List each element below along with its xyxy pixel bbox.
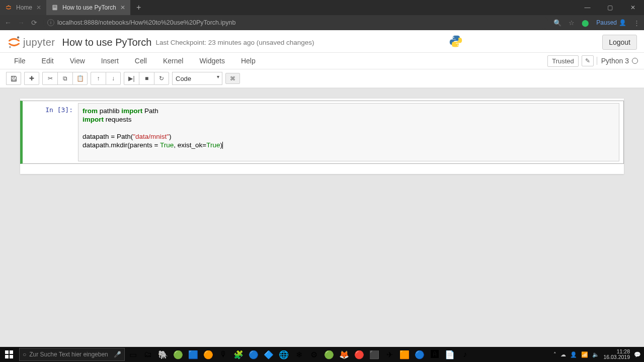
url-text: localhost:8888/notebooks/How%20to%20use%…	[57, 19, 235, 26]
wifi-icon[interactable]: 📶	[581, 351, 588, 358]
jupyter-logo[interactable]: jupyter	[7, 35, 55, 49]
jupyter-icon[interactable]: 🟠	[202, 348, 214, 360]
app6-icon[interactable]: ❄	[293, 348, 305, 360]
menu-file[interactable]: File	[6, 57, 34, 65]
explorer-icon[interactable]: 🗂	[142, 348, 154, 360]
stop-button[interactable]: ■	[139, 72, 154, 85]
menu-widgets[interactable]: Widgets	[191, 57, 233, 65]
telegram-icon[interactable]: ✈	[383, 348, 395, 360]
app-icon[interactable]: 🐘	[157, 348, 169, 360]
cut-button[interactable]: ✂	[42, 72, 57, 85]
reload-button[interactable]: ⟳	[30, 19, 38, 27]
svg-point-5	[9, 46, 11, 48]
clock[interactable]: 11:28 16.03.2019	[603, 349, 630, 360]
paste-button[interactable]: 📋	[72, 72, 88, 85]
bookmark-icon[interactable]: ☆	[569, 19, 575, 27]
app2-icon[interactable]: 🎙	[217, 348, 229, 360]
browser-tab-home[interactable]: Home ✕	[0, 0, 46, 15]
svg-rect-3	[53, 7, 56, 8]
app15-icon[interactable]: ♪	[459, 348, 471, 360]
svg-point-7	[457, 45, 458, 46]
app4-icon[interactable]: 🔵	[248, 348, 260, 360]
run-button[interactable]: ▶|	[124, 72, 139, 85]
firefox-icon[interactable]: 🦊	[338, 348, 350, 360]
tab-close-icon[interactable]: ✕	[36, 4, 41, 11]
tab-title: How to use PyTorch	[62, 4, 116, 11]
app8-icon[interactable]: 🟢	[323, 348, 335, 360]
code-cell[interactable]: In [3]: from pathlib import Path import …	[20, 101, 624, 164]
logout-button[interactable]: Logout	[602, 35, 637, 50]
address-bar[interactable]: i localhost:8888/notebooks/How%20to%20us…	[43, 17, 548, 29]
python-logo-icon	[449, 34, 463, 50]
app14-icon[interactable]: 📄	[444, 348, 456, 360]
browser-menu-icon[interactable]: ⋮	[633, 19, 640, 27]
site-info-icon[interactable]: i	[47, 19, 54, 26]
menu-help[interactable]: Help	[233, 57, 264, 65]
svg-rect-12	[5, 355, 9, 358]
cell-prompt: In [3]:	[23, 103, 78, 161]
volume-icon[interactable]: 🔈	[592, 351, 599, 358]
vscode-icon[interactable]: 🟦	[187, 348, 199, 360]
new-tab-button[interactable]: +	[130, 0, 147, 15]
window-maximize-icon[interactable]: ▢	[599, 0, 621, 15]
command-palette-button[interactable]: ⌘	[225, 73, 240, 84]
notebook-favicon-icon	[51, 4, 58, 11]
add-cell-button[interactable]: ✚	[24, 72, 39, 85]
tab-close-icon[interactable]: ✕	[120, 4, 125, 11]
search-icon[interactable]: 🔍	[553, 19, 561, 27]
window-minimize-icon[interactable]: —	[576, 0, 599, 15]
window-close-icon[interactable]: ✕	[621, 0, 644, 15]
chrome-icon[interactable]: 🟢	[172, 348, 184, 360]
app9-icon[interactable]: 🔴	[353, 348, 365, 360]
windows-taskbar: ○ Zur Suche Text hier eingeben 🎤 ▭ 🗂 🐘 🟢…	[0, 347, 644, 362]
menu-view[interactable]: View	[62, 57, 93, 65]
people-icon[interactable]: 👤	[570, 351, 577, 358]
app11-icon[interactable]: 🟧	[398, 348, 411, 360]
task-view-icon[interactable]: ▭	[127, 348, 139, 360]
menu-cell[interactable]: Cell	[127, 57, 155, 65]
notifications-icon[interactable]: 💬	[634, 351, 641, 358]
checkpoint-status: Last Checkpoint: 23 minutes ago (unsaved…	[155, 39, 314, 46]
onedrive-icon[interactable]: ☁	[560, 351, 566, 358]
menu-insert[interactable]: Insert	[93, 57, 127, 65]
browser-tab-notebook[interactable]: How to use PyTorch ✕	[46, 0, 130, 15]
celltype-select[interactable]: Code	[172, 72, 222, 85]
page-content: jupyter How to use PyTorch Last Checkpoi…	[0, 30, 644, 347]
move-down-button[interactable]: ↓	[106, 72, 121, 85]
browser-titlebar: Home ✕ How to use PyTorch ✕ + — ▢ ✕	[0, 0, 644, 15]
menu-edit[interactable]: Edit	[34, 57, 62, 65]
browser-toolbar: ← → ⟳ i localhost:8888/notebooks/How%20t…	[0, 15, 644, 30]
save-button[interactable]	[6, 72, 21, 85]
tray-chevron-icon[interactable]: ˄	[553, 351, 556, 358]
edit-indicator-icon[interactable]: ✎	[582, 55, 594, 66]
windows-search[interactable]: ○ Zur Suche Text hier eingeben 🎤	[19, 348, 125, 361]
code-input[interactable]: from pathlib import Path import requests…	[78, 103, 619, 161]
notebook-title[interactable]: How to use PyTorch	[62, 37, 152, 48]
svg-rect-10	[5, 350, 9, 354]
skype-icon[interactable]: 🔷	[263, 348, 275, 360]
app12-icon[interactable]: 🔵	[414, 348, 426, 360]
app3-icon[interactable]: 🧩	[232, 348, 245, 360]
forward-button[interactable]: →	[17, 19, 25, 27]
app10-icon[interactable]: ⬛	[368, 348, 380, 360]
profile-status[interactable]: Paused 👤	[596, 19, 626, 26]
kernel-indicator[interactable]: Python 3	[597, 57, 638, 65]
back-button[interactable]: ←	[4, 19, 12, 27]
notebook-header: jupyter How to use PyTorch Last Checkpoi…	[0, 30, 644, 52]
system-tray: ˄ ☁ 👤 📶 🔈 11:28 16.03.2019 💬	[553, 349, 644, 360]
restart-button[interactable]: ↻	[154, 72, 169, 85]
app13-icon[interactable]: 🅰	[429, 348, 441, 360]
trusted-indicator[interactable]: Trusted	[547, 55, 579, 67]
svg-rect-11	[10, 350, 13, 354]
svg-rect-2	[53, 6, 56, 7]
mic-icon[interactable]: 🎤	[114, 351, 121, 358]
copy-button[interactable]: ⧉	[57, 72, 72, 85]
taskbar-apps: ▭ 🗂 🐘 🟢 🟦 🟠 🎙 🧩 🔵 🔷 🌐 ❄ ⚙ 🟢 🦊 🔴 ⬛ ✈ 🟧 🔵 …	[125, 348, 473, 360]
move-up-button[interactable]: ↑	[91, 72, 106, 85]
app7-icon[interactable]: ⚙	[308, 348, 320, 360]
start-button[interactable]	[0, 347, 18, 362]
svg-point-4	[17, 36, 19, 38]
app5-icon[interactable]: 🌐	[278, 348, 290, 360]
menu-kernel[interactable]: Kernel	[155, 57, 191, 65]
extension-evernote-icon[interactable]: ⬤	[582, 19, 589, 27]
